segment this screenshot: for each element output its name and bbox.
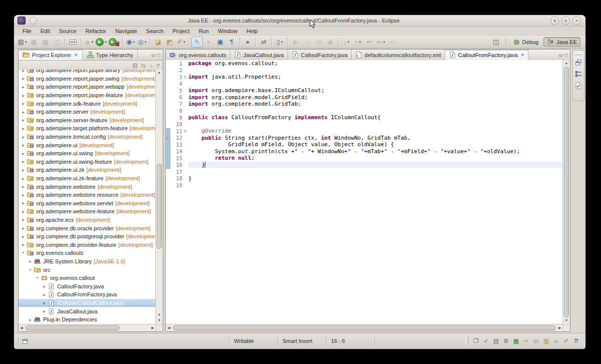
menu-navigate[interactable]: Navigate <box>111 28 141 35</box>
tree-item[interactable]: ▶org.adempiere.webstore.resource[develop… <box>19 191 156 199</box>
collapse-arrow-icon[interactable]: ▼ <box>28 268 33 271</box>
expand-arrow-icon[interactable]: ▶ <box>42 301 47 304</box>
title-bar[interactable]: Java EE - org.evenos.callouts/src/org/ev… <box>14 15 585 27</box>
mark-occurrences-toggle[interactable]: ✎ <box>191 37 203 48</box>
perspective-java-ee[interactable]: Java EE <box>543 37 580 47</box>
menu-refactor[interactable]: Refactor <box>81 28 111 35</box>
tree-item[interactable]: ▼src <box>19 265 156 274</box>
terminate-button[interactable]: ⊖ <box>313 37 325 48</box>
window-menu-button[interactable] <box>30 17 37 25</box>
menu-help[interactable]: Help <box>242 28 262 35</box>
tree-item[interactable]: ▶org.adempiere.ui.zk-feature[development… <box>19 174 156 183</box>
expand-arrow-icon[interactable]: ▶ <box>21 127 26 130</box>
code-line-19[interactable]: 19 <box>166 182 563 189</box>
next-annotation-button[interactable]: ↓▾ <box>341 37 352 48</box>
expand-arrow-icon[interactable]: ▶ <box>21 243 26 246</box>
link-with-editor-button[interactable]: ⇆ <box>141 63 146 69</box>
console-view-button[interactable]: ▭ <box>532 337 540 345</box>
resume-button[interactable]: ▶ <box>290 37 302 48</box>
print-button[interactable]: ◫ <box>51 37 63 48</box>
fast-view-button[interactable]: ✦ <box>18 337 32 346</box>
menu-source[interactable]: Source <box>55 28 81 35</box>
tree-item[interactable]: ▶org.adempiere.sdk-feature[development] <box>19 99 156 108</box>
menu-window[interactable]: Window <box>213 28 242 35</box>
expand-arrow-icon[interactable]: ▶ <box>21 226 26 230</box>
menu-run[interactable]: Run <box>194 28 213 35</box>
export-button[interactable]: ◩ <box>164 37 175 48</box>
expand-arrow-icon[interactable]: ▶ <box>21 110 26 114</box>
tree-item[interactable]: ▶JJavaCallout.java <box>19 307 156 315</box>
debug-trim-button[interactable]: ☼ <box>552 337 560 345</box>
save-all-button[interactable]: ▩ <box>40 37 51 48</box>
code-line-10[interactable]: 10 <box>166 121 563 128</box>
run-external-button[interactable]: ▶▾ <box>108 37 121 48</box>
maximize-button[interactable]: ∧ <box>561 17 570 25</box>
code-line-2[interactable]: 2 <box>166 67 563 74</box>
expand-arrow-icon[interactable]: ▶ <box>28 318 33 321</box>
expand-arrow-icon[interactable]: ▶ <box>21 218 26 221</box>
code-line-18[interactable]: 18} <box>166 175 563 182</box>
web-browser-button[interactable]: ● <box>242 37 253 48</box>
collapse-arrow-icon[interactable]: ▼ <box>21 251 26 254</box>
extra-button[interactable]: ● <box>150 63 153 69</box>
view-tab-type-hierarchy[interactable]: Type Hierarchy <box>83 50 138 60</box>
new-service-wizard-button[interactable]: ◎▾ <box>136 37 148 48</box>
code-line-6[interactable]: 6import org.compiere.model.GridField; <box>166 94 563 101</box>
editor-tab-javacallout-java[interactable]: JJavaCallout.java <box>230 50 288 60</box>
fold-marker-icon[interactable]: ⊖ <box>182 74 188 80</box>
show-selected-element-button[interactable]: ▣ <box>214 37 226 48</box>
editor-tab-org-evenos-callouts[interactable]: org.evenos.callouts <box>166 50 230 60</box>
perspective-debug[interactable]: Debug <box>509 37 542 47</box>
tree-item[interactable]: ▶Plug-in Dependencies <box>19 315 156 324</box>
tree-item[interactable]: ▼org.evenos.callouts <box>19 249 156 257</box>
expand-arrow-icon[interactable]: ▶ <box>21 160 26 163</box>
tree-item[interactable]: ▶JIColumnCalloutCallout.java <box>19 299 156 307</box>
code-line-5[interactable]: 5import org.adempiere.base.IColumnCallou… <box>166 87 563 94</box>
tree-item[interactable]: ▼org.evenos.callout <box>19 274 156 282</box>
breadcrumb-toggle[interactable]: ▯▾ <box>274 37 285 48</box>
expand-arrow-icon[interactable]: ▶ <box>42 284 47 288</box>
code-editor[interactable]: 1package org.evenos.callout;23⊖import ja… <box>166 60 563 324</box>
new-wizard-button[interactable]: ▤▾ <box>17 37 28 48</box>
back-button[interactable]: ⇦▾ <box>375 37 387 48</box>
forward-button[interactable]: ⇨▾ <box>387 37 398 48</box>
previous-annotation-button[interactable]: ↑▾ <box>352 37 364 48</box>
view-tab-project-explorer[interactable]: Project Explorer✕ <box>19 50 83 60</box>
code-line-17[interactable]: 17 <box>166 168 563 175</box>
code-line-9[interactable]: 9public class CalloutFromFactory impleme… <box>166 114 563 121</box>
collapse-all-button[interactable]: ⊟ <box>132 63 137 69</box>
code-line-16[interactable]: 16 } <box>166 162 563 169</box>
search-button[interactable]: ✐▾ <box>175 37 187 48</box>
debug-last-button[interactable]: ☼ <box>302 37 313 48</box>
properties-view-button[interactable]: ▤ <box>492 337 500 345</box>
collapse-arrow-icon[interactable]: ▼ <box>35 276 40 279</box>
expand-arrow-icon[interactable]: ▶ <box>42 309 47 313</box>
restore-button[interactable] <box>574 59 582 67</box>
view-menu-button[interactable]: ▽ <box>157 64 160 68</box>
import-button[interactable]: ◪ <box>152 37 164 48</box>
expand-arrow-icon[interactable]: ▶ <box>21 177 26 180</box>
tree-item[interactable]: ▶org.compiere.db.postgresql.provider[dev… <box>19 232 156 241</box>
run-button[interactable]: ▶▾ <box>95 37 108 48</box>
code-line-15[interactable]: 15 return null; <box>166 155 563 162</box>
menu-file[interactable]: File <box>18 28 36 35</box>
tree-item[interactable]: ▶org.adempiere.report.jasper.webapp[deve… <box>19 83 156 91</box>
progress-view-button[interactable]: ⇈ <box>572 337 580 345</box>
code-line-1[interactable]: 1package org.evenos.callout; <box>166 60 563 67</box>
tree-item[interactable]: ▶org.compiere.db.oracle.provider[develop… <box>19 224 156 232</box>
expand-arrow-icon[interactable]: ▶ <box>21 70 26 72</box>
expand-arrow-icon[interactable]: ▶ <box>21 118 26 122</box>
tree-item[interactable]: ▶org.compiere.db.provider-feature[develo… <box>19 240 156 249</box>
expand-arrow-icon[interactable]: ▶ <box>21 77 26 80</box>
expand-arrow-icon[interactable]: ▶ <box>42 293 47 296</box>
expand-arrow-icon[interactable]: ▶ <box>21 102 26 105</box>
code-line-8[interactable]: 8 <box>166 108 563 115</box>
close-tab-icon[interactable]: ✕ <box>74 53 78 58</box>
servers-view-button[interactable]: ⚙ <box>502 337 510 345</box>
binary-file-button[interactable]: 010 <box>67 37 79 48</box>
tree-item[interactable]: ▶org.adempiere.webstore[development] <box>19 182 156 191</box>
menu-edit[interactable]: Edit <box>36 28 55 35</box>
expand-arrow-icon[interactable]: ▶ <box>28 259 33 263</box>
editor-tab-calloutfromfactory-java[interactable]: JCalloutFromFactory.java✕ <box>445 50 529 60</box>
fold-marker-icon[interactable]: ⊖ <box>182 128 188 134</box>
